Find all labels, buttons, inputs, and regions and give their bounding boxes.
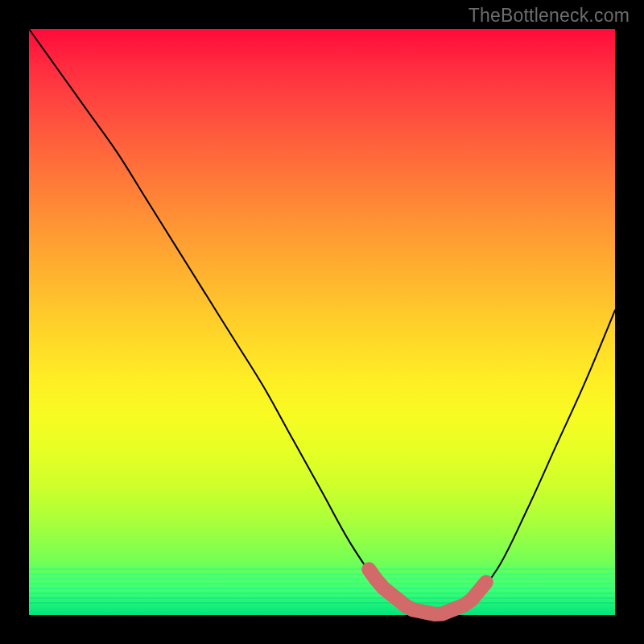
watermark-text: TheBottleneck.com xyxy=(469,5,630,27)
curve-group xyxy=(29,29,615,615)
curve-svg xyxy=(29,29,615,615)
highlight-segment xyxy=(369,569,486,614)
chart-frame: TheBottleneck.com xyxy=(0,0,644,644)
bottleneck-curve xyxy=(29,29,615,615)
plot-area xyxy=(29,29,615,615)
